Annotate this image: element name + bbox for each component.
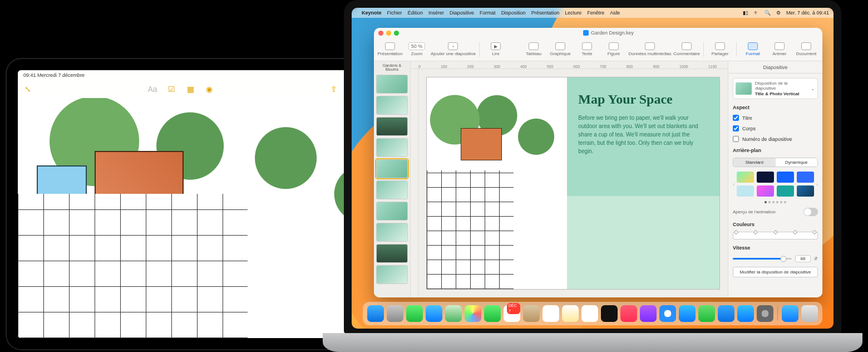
colors-gradient[interactable]: [733, 232, 818, 239]
dock-safari[interactable]: [659, 305, 676, 322]
dock-finder[interactable]: [367, 305, 384, 322]
zoom-icon[interactable]: [394, 31, 399, 36]
dock-downloads[interactable]: [782, 305, 798, 322]
menubar-app[interactable]: Keynote: [362, 10, 382, 16]
dock-contacts[interactable]: [523, 305, 540, 322]
dock[interactable]: DÉC 7: [363, 302, 822, 325]
slide-thumb-3[interactable]: [376, 117, 408, 136]
menu-aide[interactable]: Aide: [610, 10, 620, 16]
dock-app-store-2[interactable]: [737, 305, 754, 322]
tb-document[interactable]: Document: [793, 42, 819, 56]
bg-swatch[interactable]: [797, 185, 814, 197]
slide-image[interactable]: [427, 77, 567, 289]
slide-thumb-7[interactable]: [376, 202, 408, 221]
dock-maps[interactable]: [445, 305, 462, 322]
bg-swatch[interactable]: [737, 172, 754, 183]
dock-music[interactable]: [620, 305, 637, 322]
menu-fichier[interactable]: Fichier: [387, 10, 402, 16]
slide-editor[interactable]: Map Your Space Before we bring pen to pa…: [418, 69, 728, 297]
slide-thumb-4[interactable]: [376, 138, 408, 157]
collapse-icon[interactable]: ⤡: [22, 84, 33, 95]
slide-content[interactable]: Map Your Space Before we bring pen to pa…: [426, 77, 720, 290]
tb-presentation[interactable]: Présentation: [377, 42, 403, 56]
slide-thumb-2[interactable]: [376, 96, 408, 115]
close-icon[interactable]: [378, 31, 383, 36]
slide-thumb-9[interactable]: [376, 244, 408, 263]
control-center-icon[interactable]: ⚙: [776, 10, 781, 16]
checkbox-title-input[interactable]: [733, 115, 739, 121]
text-style-icon[interactable]: Aa: [147, 84, 158, 95]
swatch-prev-icon[interactable]: ‹: [733, 182, 734, 187]
minimize-icon[interactable]: [386, 31, 391, 36]
dock-trash[interactable]: [801, 305, 818, 322]
checkbox-body[interactable]: Corps: [733, 125, 818, 131]
tb-table[interactable]: Tableau: [521, 42, 546, 56]
dock-settings[interactable]: [757, 305, 773, 322]
camera-icon[interactable]: ◉: [204, 84, 215, 95]
dock-appstore[interactable]: [679, 305, 696, 322]
menu-presentation[interactable]: Présentation: [531, 10, 560, 16]
anim-preview-toggle[interactable]: [803, 208, 818, 216]
document-title[interactable]: Garden Design.key: [583, 30, 634, 36]
tb-play[interactable]: ▶ Lire: [483, 42, 509, 56]
checkbox-title[interactable]: Titre: [733, 115, 818, 121]
background-segment[interactable]: Standard Dynamique: [733, 158, 818, 167]
tb-share[interactable]: Partager: [707, 42, 733, 56]
checkbox-slidenum[interactable]: Numéro de diapositive: [733, 136, 818, 142]
window-titlebar[interactable]: Garden Design.key: [374, 28, 822, 38]
checklist-icon[interactable]: ☑: [166, 84, 177, 95]
slide-thumb-1[interactable]: [376, 75, 408, 94]
bg-swatch[interactable]: [777, 172, 794, 183]
seg-dynamic[interactable]: Dynamique: [776, 158, 818, 167]
tb-chart[interactable]: Graphique: [548, 42, 573, 56]
slide-thumb-5[interactable]: [376, 159, 408, 178]
tb-zoom[interactable]: 50 % Zoom: [404, 42, 430, 56]
dock-freeform[interactable]: [581, 305, 598, 322]
slide-body[interactable]: Before we bring pen to paper, we'll walk…: [578, 114, 701, 155]
dock-launchpad[interactable]: [387, 305, 403, 322]
menu-lecture[interactable]: Lecture: [565, 10, 581, 16]
tb-format[interactable]: Format: [740, 42, 766, 56]
menu-fenetre[interactable]: Fenêtre: [587, 10, 604, 16]
battery-icon[interactable]: ▮▯: [743, 10, 748, 16]
tb-comment[interactable]: Commentaire: [673, 42, 700, 56]
dock-calendar[interactable]: DÉC 7: [504, 305, 520, 322]
checkbox-body-input[interactable]: [733, 125, 739, 131]
dock-photos[interactable]: [465, 305, 481, 322]
dock-numbers[interactable]: [698, 305, 715, 322]
menu-diapositive[interactable]: Diapositive: [450, 10, 474, 16]
bg-swatch[interactable]: [797, 172, 814, 183]
slide-text-block[interactable]: Map Your Space Before we bring pen to pa…: [567, 77, 719, 289]
speed-track[interactable]: [733, 258, 792, 260]
tb-text[interactable]: Texte: [574, 42, 600, 56]
dock-keynote[interactable]: [718, 305, 734, 322]
menubar-clock[interactable]: Mer. 7 déc. à 09:41: [786, 10, 829, 16]
menu-edition[interactable]: Édition: [408, 10, 423, 16]
stepper-icon[interactable]: ⇵: [814, 256, 818, 261]
slide-thumb-8[interactable]: [376, 223, 408, 242]
dock-reminders[interactable]: [542, 305, 559, 322]
slide-navigator[interactable]: Gardens & Blooms: [374, 61, 411, 297]
bg-swatch[interactable]: [757, 185, 774, 197]
speed-slider[interactable]: 88 ⇵: [733, 255, 818, 262]
tb-animate[interactable]: Animer: [767, 42, 792, 56]
wifi-icon[interactable]: ᯤ: [754, 10, 759, 16]
seg-standard[interactable]: Standard: [733, 158, 776, 167]
checkbox-slidenum-input[interactable]: [733, 136, 739, 142]
bg-swatch[interactable]: [737, 185, 754, 197]
slide-thumb-10[interactable]: [376, 265, 408, 284]
table-icon[interactable]: ▦: [185, 84, 196, 95]
swatch-next-icon[interactable]: ›: [816, 182, 818, 187]
bg-swatch[interactable]: [777, 185, 794, 197]
dock-messages[interactable]: [406, 305, 423, 322]
menu-format[interactable]: Format: [480, 10, 496, 16]
dock-tv[interactable]: [601, 305, 618, 322]
slide-title[interactable]: Map Your Space: [578, 92, 708, 107]
menu-inserer[interactable]: Insérer: [428, 10, 444, 16]
menu-disposition[interactable]: Disposition: [501, 10, 526, 16]
speed-value[interactable]: 88: [795, 255, 811, 262]
bg-swatch[interactable]: [757, 172, 774, 183]
spotlight-icon[interactable]: 🔍: [765, 10, 771, 16]
dock-podcasts[interactable]: [640, 305, 657, 322]
speed-knob[interactable]: [781, 256, 787, 262]
